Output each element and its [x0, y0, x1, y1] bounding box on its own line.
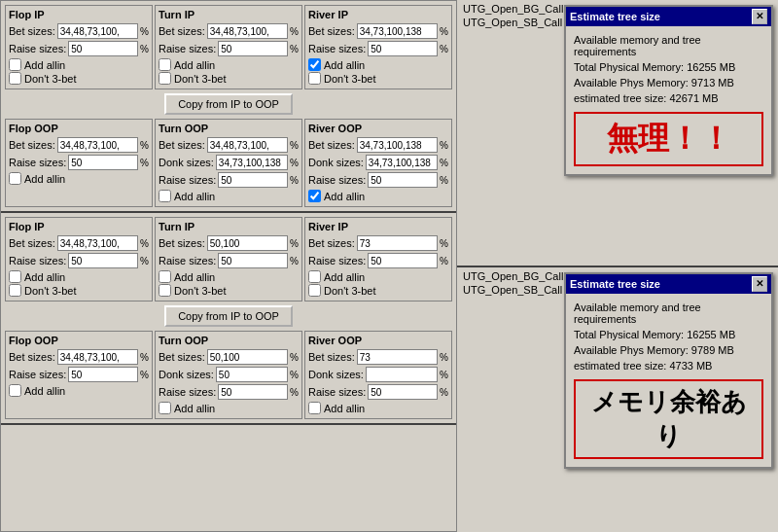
river-oop-bet-pct-top: %	[440, 140, 448, 151]
turn-ip-raise-pct-bottom: %	[290, 256, 299, 266]
flop-oop-raise-input-top[interactable]	[68, 155, 138, 170]
river-oop-raise-row-bottom: Raise sizes: %	[308, 384, 448, 400]
river-ip-bet-input-top[interactable]	[357, 23, 438, 39]
river-ip-raise-input-top[interactable]	[368, 41, 438, 56]
flop-ip-allin-cb-top[interactable]	[9, 58, 21, 71]
river-ip-raise-input-bottom[interactable]	[368, 253, 438, 268]
river-ip-3bet-cb-top[interactable]	[308, 72, 321, 85]
turn-oop-donk-input-top[interactable]	[216, 155, 288, 170]
turn-ip-3bet-row-bottom: Don't 3-bet	[159, 284, 299, 297]
turn-ip-raise-row-bottom: Raise sizes: %	[159, 253, 299, 268]
turn-oop-raise-input-top[interactable]	[218, 172, 288, 188]
turn-oop-donk-row-top: Donk sizes: %	[159, 155, 299, 170]
river-oop-donk-pct-top: %	[440, 158, 448, 168]
turn-oop-group-bottom: Turn OOP Bet sizes: % Donk sizes: % Rais…	[155, 331, 302, 419]
flop-oop-bet-label-top: Bet sizes:	[9, 139, 55, 151]
river-ip-bet-row-bottom: Bet sizes: %	[308, 235, 448, 251]
flop-ip-allin-row-top: Add allin	[9, 58, 149, 71]
dialog-avail-phys-top: Available Phys Memory: 9713 MB	[574, 77, 763, 89]
dialog-title-top: Estimate tree size	[570, 11, 660, 22]
river-ip-3bet-label-top: Don't 3-bet	[324, 73, 375, 85]
turn-ip-allin-cb-bottom[interactable]	[159, 270, 171, 283]
turn-oop-donk-pct-bottom: %	[290, 370, 299, 380]
river-oop-group-top: River OOP Bet sizes: % Donk sizes: % Rai…	[304, 119, 452, 207]
flop-oop-raise-row-top: Raise sizes: %	[9, 155, 149, 170]
river-oop-bet-input-top[interactable]	[357, 137, 438, 153]
turn-ip-3bet-label-bottom: Don't 3-bet	[174, 285, 226, 297]
flop-oop-allin-cb-top[interactable]	[9, 172, 21, 185]
river-ip-3bet-cb-bottom[interactable]	[308, 284, 321, 297]
river-ip-allin-cb-top[interactable]	[308, 58, 321, 71]
turn-oop-allin-row-bottom: Add allin	[159, 402, 299, 414]
river-ip-bet-pct-bottom: %	[440, 238, 448, 249]
dialog-big-text-bottom: メモリ余裕あり	[591, 387, 747, 450]
turn-ip-raise-input-bottom[interactable]	[218, 253, 288, 268]
river-ip-raise-row-bottom: Raise sizes: %	[308, 253, 448, 268]
flop-ip-bet-input-top[interactable]	[57, 23, 138, 39]
turn-oop-allin-cb-top[interactable]	[159, 190, 171, 202]
turn-oop-bet-input-top[interactable]	[207, 137, 288, 153]
turn-ip-title-top: Turn IP	[159, 9, 299, 20]
turn-ip-bet-input-bottom[interactable]	[207, 235, 288, 251]
flop-oop-allin-label-bottom: Add allin	[24, 385, 65, 397]
river-ip-group-bottom: River IP Bet sizes: % Raise sizes: % Add…	[304, 217, 452, 301]
river-oop-allin-cb-bottom[interactable]	[308, 402, 321, 414]
turn-oop-allin-cb-bottom[interactable]	[159, 402, 171, 414]
river-oop-donk-input-top[interactable]	[366, 155, 438, 170]
turn-ip-3bet-label-top: Don't 3-bet	[174, 73, 226, 85]
turn-ip-3bet-cb-bottom[interactable]	[159, 284, 171, 297]
flop-oop-bet-input-bottom[interactable]	[57, 349, 138, 365]
flop-ip-raise-input-top[interactable]	[68, 41, 138, 56]
turn-ip-allin-label-bottom: Add allin	[174, 271, 215, 283]
river-oop-raise-input-bottom[interactable]	[368, 384, 438, 400]
flop-ip-bet-pct-bottom: %	[140, 238, 149, 249]
river-oop-bet-row-top: Bet sizes: %	[308, 137, 448, 153]
copy-ip-to-oop-button-top[interactable]: Copy from IP to OOP	[164, 93, 293, 115]
river-ip-bet-label-top: Bet sizes:	[308, 25, 355, 37]
flop-oop-bet-label-bottom: Bet sizes:	[9, 351, 55, 363]
flop-oop-bet-input-top[interactable]	[57, 137, 138, 153]
flop-ip-raise-input-bottom[interactable]	[68, 253, 138, 268]
turn-ip-raise-input-top[interactable]	[218, 41, 288, 56]
turn-oop-donk-input-bottom[interactable]	[216, 367, 288, 382]
dialog-close-button-bottom[interactable]: ✕	[752, 276, 767, 292]
oop-groups-row-top: Flop OOP Bet sizes: % Raise sizes: % Add…	[5, 119, 452, 207]
flop-oop-raise-pct-bottom: %	[140, 370, 149, 380]
river-oop-raise-input-top[interactable]	[368, 172, 438, 188]
dialog-total-phys-bottom: Total Physical Memory: 16255 MB	[574, 329, 763, 340]
copy-ip-to-oop-button-bottom[interactable]: Copy from IP to OOP	[164, 305, 293, 327]
dialog-big-text-box-bottom: メモリ余裕あり	[574, 379, 763, 459]
turn-oop-bet-input-bottom[interactable]	[207, 349, 288, 365]
copy-button-row-bottom: Copy from IP to OOP	[5, 301, 452, 331]
river-oop-title-bottom: River OOP	[308, 335, 448, 346]
flop-oop-allin-cb-bottom[interactable]	[9, 384, 21, 397]
river-ip-allin-cb-bottom[interactable]	[308, 270, 321, 283]
flop-ip-3bet-label-bottom: Don't 3-bet	[24, 285, 76, 297]
flop-ip-group-top: Flop IP Bet sizes: % Raise sizes: % Add …	[5, 5, 153, 89]
flop-ip-bet-input-bottom[interactable]	[57, 235, 138, 251]
turn-ip-3bet-row-top: Don't 3-bet	[159, 72, 299, 85]
flop-ip-allin-cb-bottom[interactable]	[9, 270, 21, 283]
flop-oop-raise-input-bottom[interactable]	[68, 367, 138, 382]
turn-oop-raise-label-top: Raise sizes:	[159, 174, 216, 186]
river-oop-allin-cb-top[interactable]	[308, 190, 321, 202]
tree-panel-bottom: UTG_Open_BG_Call UTG_Open_SB_Call Estima…	[457, 267, 778, 533]
turn-ip-allin-cb-top[interactable]	[159, 58, 171, 71]
dialog-close-button-top[interactable]: ✕	[752, 9, 767, 24]
estimate-dialog-top: Estimate tree size ✕ Available memory an…	[564, 5, 773, 176]
river-oop-donk-input-bottom[interactable]	[366, 367, 438, 382]
river-oop-title-top: River OOP	[308, 123, 448, 134]
turn-ip-3bet-cb-top[interactable]	[159, 72, 171, 85]
flop-ip-3bet-cb-top[interactable]	[9, 72, 21, 85]
river-oop-bet-input-bottom[interactable]	[357, 349, 438, 365]
river-ip-bet-input-bottom[interactable]	[357, 235, 438, 251]
river-oop-group-bottom: River OOP Bet sizes: % Donk sizes: % Rai…	[304, 331, 452, 419]
flop-ip-bet-pct-top: %	[140, 26, 149, 37]
turn-oop-raise-pct-top: %	[290, 175, 299, 186]
flop-oop-raise-pct-top: %	[140, 158, 149, 168]
river-ip-raise-row-top: Raise sizes: %	[308, 41, 448, 56]
turn-oop-donk-row-bottom: Donk sizes: %	[159, 367, 299, 382]
turn-oop-raise-input-bottom[interactable]	[218, 384, 288, 400]
flop-ip-3bet-cb-bottom[interactable]	[9, 284, 21, 297]
turn-ip-bet-input-top[interactable]	[207, 23, 288, 39]
